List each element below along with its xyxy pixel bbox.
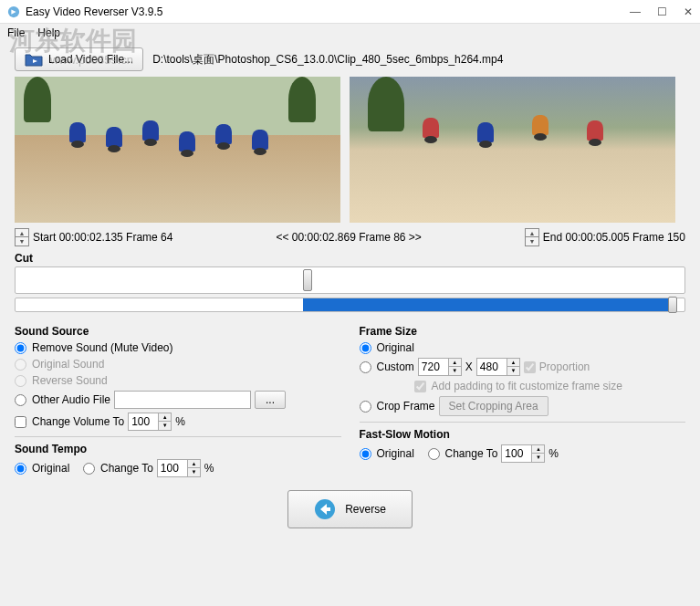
menu-help[interactable]: Help: [37, 26, 60, 39]
motion-change-radio[interactable]: [428, 448, 440, 460]
browse-audio-button[interactable]: ...: [255, 391, 286, 409]
proportion-label: Proportion: [539, 360, 590, 373]
motion-title: Fast-Slow Motion: [360, 428, 686, 441]
load-video-label: Load Video File...: [48, 53, 133, 66]
mid-time-label[interactable]: << 00:00:02.869 Frame 86 >>: [276, 231, 421, 244]
cut-label: Cut: [15, 252, 685, 265]
end-frame-spinner[interactable]: ▲▼: [525, 228, 539, 246]
cut-slider-handle[interactable]: [303, 269, 312, 291]
preview-left: [15, 77, 340, 223]
motion-spinner[interactable]: ▲▼: [501, 444, 545, 463]
size-original-label: Original: [377, 341, 414, 354]
volume-percent: %: [175, 415, 185, 428]
app-icon: [7, 5, 20, 18]
range-slider[interactable]: [15, 298, 685, 312]
width-spinner[interactable]: ▲▼: [418, 358, 462, 376]
tempo-original-label: Original: [32, 462, 69, 475]
minimize-button[interactable]: —: [630, 5, 641, 18]
reverse-button[interactable]: Reverse: [287, 490, 413, 528]
height-spinner[interactable]: ▲▼: [476, 358, 520, 376]
volume-spinner[interactable]: ▲▼: [128, 413, 172, 431]
crop-frame-label: Crop Frame: [377, 400, 435, 413]
size-original-radio[interactable]: [360, 342, 371, 354]
menubar: File Help: [0, 24, 700, 42]
cut-slider[interactable]: [15, 266, 685, 294]
other-audio-input[interactable]: [114, 391, 251, 409]
size-custom-radio[interactable]: [360, 361, 371, 373]
tempo-original-radio[interactable]: [15, 463, 26, 475]
proportion-checkbox: [524, 361, 536, 373]
tempo-change-label: Change To: [100, 462, 153, 475]
close-button[interactable]: ✕: [684, 5, 693, 18]
padding-label: Add padding to fit customize frame size: [432, 380, 622, 392]
original-sound-radio: [15, 359, 26, 371]
start-frame-spinner[interactable]: ▲▼: [15, 228, 29, 246]
end-time-label: End 00:00:05.005 Frame 150: [543, 231, 685, 244]
reverse-sound-radio: [15, 375, 26, 387]
dimension-x: X: [465, 360, 473, 373]
folder-video-icon: [25, 52, 43, 67]
size-custom-label: Custom: [377, 360, 414, 373]
set-cropping-button[interactable]: Set Cropping Area: [439, 396, 549, 416]
motion-percent: %: [549, 447, 559, 460]
window-title: Easy Video Reverser V3.9.5: [26, 5, 630, 18]
load-video-button[interactable]: Load Video File...: [15, 47, 143, 71]
other-audio-label: Other Audio File: [32, 393, 110, 406]
motion-change-label: Change To: [445, 447, 498, 460]
remove-sound-label: Remove Sound (Mute Video): [32, 341, 173, 354]
original-sound-label: Original Sound: [32, 358, 104, 371]
padding-checkbox: [414, 381, 426, 392]
sound-source-title: Sound Source: [15, 325, 341, 338]
change-volume-checkbox[interactable]: [15, 416, 26, 428]
preview-right: [350, 77, 675, 223]
tempo-change-radio[interactable]: [83, 463, 95, 475]
file-path: D:\tools\桌面\Photoshop_CS6_13.0.0\Clip_48…: [152, 52, 503, 68]
start-time-label: Start 00:00:02.135 Frame 64: [33, 231, 172, 244]
frame-size-title: Frame Size: [360, 325, 686, 338]
range-fill: [303, 298, 671, 311]
reverse-sound-label: Reverse Sound: [32, 374, 108, 387]
sound-tempo-title: Sound Tempo: [15, 443, 341, 455]
tempo-percent: %: [204, 462, 214, 475]
change-volume-label: Change Volume To: [32, 415, 124, 428]
reverse-arrow-icon: [314, 498, 336, 520]
range-end-handle[interactable]: [668, 297, 677, 313]
titlebar: Easy Video Reverser V3.9.5 — ☐ ✕: [0, 0, 700, 24]
motion-original-radio[interactable]: [360, 448, 371, 460]
menu-file[interactable]: File: [7, 26, 25, 39]
remove-sound-radio[interactable]: [15, 342, 26, 354]
reverse-button-label: Reverse: [345, 503, 386, 516]
maximize-button[interactable]: ☐: [657, 5, 667, 18]
tempo-spinner[interactable]: ▲▼: [157, 459, 201, 477]
other-audio-radio[interactable]: [15, 394, 26, 406]
motion-original-label: Original: [377, 447, 414, 460]
crop-frame-radio[interactable]: [360, 401, 371, 413]
